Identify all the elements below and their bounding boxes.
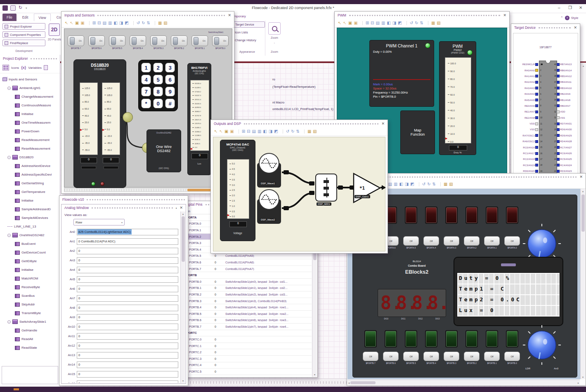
toolbar-icon[interactable]: ⊞ bbox=[362, 21, 369, 25]
toolbar-icon[interactable]: ⊟ bbox=[247, 129, 250, 134]
chip-pin-row[interactable]: RC2/AN18 17 bbox=[514, 156, 544, 162]
toolbar-icon[interactable]: ▣ bbox=[224, 129, 228, 134]
view-values-dropdown[interactable]: Raw▾ bbox=[73, 219, 125, 225]
pin-row[interactable]: PORTB.1 0 SwitchArraySlide1(pin1), keypa… bbox=[182, 285, 312, 292]
toolbar-icon[interactable]: ⊟ bbox=[371, 21, 374, 25]
tree-item[interactable]: − DS18B20 bbox=[2, 153, 60, 162]
quickbar-more-icon[interactable]: ▾ bbox=[26, 7, 27, 10]
panel-vertical-scrollbar[interactable]: ▴ ▾ bbox=[580, 189, 585, 379]
tree-item[interactable]: − ReadState bbox=[2, 343, 60, 352]
analog-value-field[interactable]: 0 bbox=[77, 248, 178, 254]
save-icon[interactable] bbox=[10, 5, 16, 11]
tree-item[interactable]: − SkipAddr bbox=[2, 300, 60, 309]
pin-row[interactable]: PORTC.1 0 bbox=[182, 343, 312, 350]
analog-value-field[interactable]: 0 bbox=[77, 380, 178, 383]
toolbar-icon[interactable]: ▤ bbox=[376, 21, 379, 25]
collapse-ribbon-icon[interactable]: ⌃ bbox=[560, 16, 563, 20]
analog-value-field[interactable]: 0 bbox=[77, 267, 178, 273]
pin-row[interactable]: PORTC.5 0 bbox=[182, 369, 312, 375]
chip-pin-row[interactable]: 36 RB3/AN10 bbox=[551, 85, 581, 91]
chip-pin-row[interactable]: 25 RC6/AN26 bbox=[551, 150, 581, 156]
tree-item[interactable]: − ChangeMeasurement bbox=[2, 92, 60, 101]
tree-item[interactable]: − ReceiveByte bbox=[2, 283, 60, 291]
tree-item[interactable]: − BusEvent bbox=[2, 239, 60, 248]
board-switch[interactable]: Off bbox=[403, 236, 419, 246]
chip-pin-row[interactable]: VSS 12 bbox=[514, 127, 544, 132]
chip-pin-row[interactable]: RA0/AN0 2 bbox=[514, 67, 544, 73]
toolbar-icon[interactable]: ◩ bbox=[410, 182, 414, 186]
toolbar-icon[interactable]: ◩ bbox=[274, 129, 278, 134]
chip-pin-row[interactable]: 39 RB6/AN14 bbox=[551, 67, 581, 73]
toolbar-icon[interactable]: ↖ bbox=[338, 21, 341, 25]
toolbar-icon[interactable]: ⇅ bbox=[296, 129, 300, 134]
chip-pin-row[interactable]: 27 RD4/AN28 bbox=[551, 138, 581, 144]
toolbar-icon[interactable]: ↻ bbox=[291, 129, 294, 134]
style-label[interactable]: Style bbox=[571, 16, 579, 20]
tree-item[interactable]: − OneTimeMeasurem bbox=[2, 118, 60, 127]
toolbar-icon[interactable]: ↖ bbox=[214, 129, 217, 134]
chip-pin-row[interactable]: RA4/AN4 6 bbox=[514, 91, 544, 97]
toolbar-icon[interactable]: ◨ bbox=[392, 21, 396, 25]
component-properties-button[interactable]: Component Properties bbox=[2, 31, 45, 38]
chip-pin-row[interactable]: 23 RC4/AN24 bbox=[551, 162, 581, 168]
zoom-button[interactable] bbox=[268, 22, 281, 35]
pin-row[interactable]: PORTC.3 0 bbox=[182, 356, 312, 362]
tree-item[interactable]: − Inputs and Sensors bbox=[2, 75, 60, 84]
board-switch[interactable]: Off bbox=[504, 352, 520, 361]
toolbar-icon[interactable]: ◨ bbox=[405, 182, 409, 186]
maximize-button[interactable]: ❐ bbox=[568, 5, 572, 10]
toolbar-icon[interactable]: ▤ bbox=[102, 21, 106, 25]
analog-value-field[interactable]: 825 ComboBL0114(LightSensor ADC) bbox=[77, 229, 178, 235]
pin-row[interactable]: PORTB.0 0 SwitchArraySlide1(pin0), keypa… bbox=[182, 279, 312, 285]
analog-value-field[interactable]: 0 bbox=[77, 305, 178, 311]
tree-item[interactable]: − MatchROM bbox=[2, 274, 60, 283]
inputs-horizontal-scrollbar[interactable] bbox=[64, 188, 232, 192]
tab-edit[interactable]: Edit bbox=[18, 14, 33, 21]
tree-item[interactable]: − OneWireDS2482 bbox=[2, 231, 60, 239]
toolbar-icon[interactable]: ◧ bbox=[263, 129, 267, 134]
dsp-gain[interactable]: *1 bbox=[353, 173, 383, 203]
chip-pin-row[interactable]: VDD 11 bbox=[514, 121, 544, 127]
chip-pin-row[interactable]: RE3/MCLR 1 bbox=[514, 61, 544, 67]
toolbar-icon[interactable]: ▥ bbox=[381, 21, 385, 25]
analog-vertical-scrollbar[interactable]: ▴ ▾ bbox=[180, 211, 185, 383]
tree-item[interactable]: − AddressNextDevice bbox=[2, 162, 60, 170]
toolbar-icon[interactable]: ▣ bbox=[354, 21, 357, 25]
chip-pin-row[interactable]: RA2/AN2 4 bbox=[514, 79, 544, 85]
toolbar-icon[interactable]: ◩ bbox=[125, 21, 128, 25]
toolbar-icon[interactable]: ▣ bbox=[230, 129, 234, 134]
toolbar-icon[interactable]: ⇅ bbox=[432, 182, 436, 186]
toolbar-icon[interactable]: ⊟ bbox=[97, 21, 101, 25]
toolbar-icon[interactable]: ↖ bbox=[219, 129, 222, 134]
bh1750-scale[interactable]: 65535.061439.157343.253247.349151.445055… bbox=[190, 80, 209, 151]
toolbar-icon[interactable]: ◧ bbox=[399, 182, 403, 186]
toolbar-icon[interactable]: ↻ bbox=[142, 21, 145, 25]
chip-pin-row[interactable]: RA1/AN1 3 bbox=[514, 73, 544, 79]
analog-value-field[interactable]: 0 bbox=[77, 333, 178, 340]
find-replace-button[interactable]: Find/Replace bbox=[2, 40, 45, 46]
tree-item[interactable]: − AddressSpecificDevi bbox=[2, 170, 60, 179]
pin-row[interactable]: PORTC bbox=[182, 330, 312, 337]
tree-item[interactable]: − AmbientLight1 bbox=[2, 84, 60, 92]
tab-view[interactable]: View bbox=[34, 14, 50, 21]
board-switch[interactable]: Off bbox=[484, 352, 500, 361]
help-icon[interactable]: ? bbox=[565, 16, 569, 20]
project-explorer-button[interactable]: Project Explorer bbox=[2, 23, 45, 30]
2d-panels-icon[interactable]: 2D bbox=[49, 23, 60, 36]
dsp-wave1[interactable] bbox=[259, 153, 279, 174]
chip-pin-row[interactable]: 32 VDD bbox=[551, 109, 581, 115]
pin-row[interactable]: PORTA.6 0 ComboBL0114(PinA6) bbox=[182, 259, 312, 266]
chip-pin-row[interactable]: 34 RB1/AN8 bbox=[551, 97, 581, 103]
board-switch[interactable]: Off bbox=[363, 352, 378, 361]
pin-row[interactable]: PORTB.4 0 SwitchArraySlide1(pin4), keypa… bbox=[182, 304, 312, 311]
tree-item[interactable]: − Initialise bbox=[2, 110, 60, 118]
chip-pin-row[interactable]: RE1/AN7 9 bbox=[514, 109, 544, 115]
toolbar-icon[interactable]: ◨ bbox=[119, 21, 123, 25]
toolbar-icon[interactable]: ↻ bbox=[427, 182, 430, 186]
expand-toggle-icon[interactable]: − bbox=[7, 320, 11, 324]
toolbar-icon[interactable]: ↻ bbox=[415, 21, 418, 25]
tree-item[interactable]: − GetTemperature bbox=[2, 188, 60, 196]
wire-node-icon[interactable] bbox=[123, 112, 133, 122]
toolbar-icon[interactable]: ↖ bbox=[70, 21, 73, 25]
close-button[interactable]: ✕ bbox=[579, 5, 582, 10]
